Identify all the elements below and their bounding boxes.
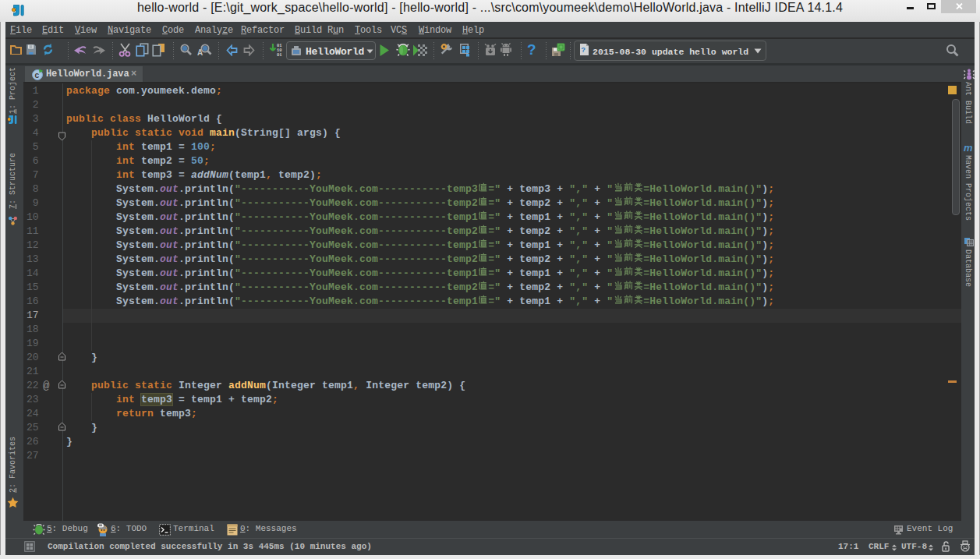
svg-text:C: C [35, 72, 40, 80]
svg-text:01: 01 [277, 52, 282, 58]
svg-text:A: A [197, 48, 203, 57]
svg-text:?: ? [582, 47, 586, 55]
